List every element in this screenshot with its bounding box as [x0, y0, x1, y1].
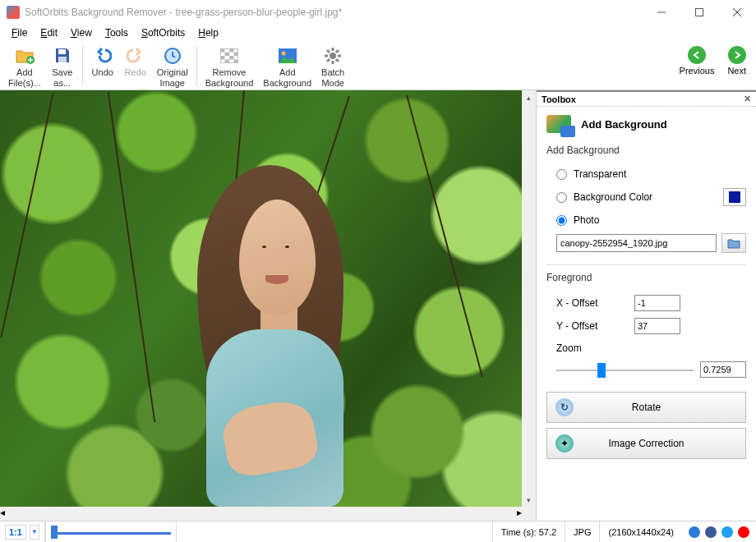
- original-image-button[interactable]: Original Image: [152, 43, 193, 90]
- rotate-label: Rotate: [632, 402, 661, 413]
- zoom-label: Zoom: [546, 338, 746, 357]
- main-area: ▴ ▾ ◂ ▸ Toolbox ✕ Add Background Add Bac…: [0, 90, 756, 521]
- remove-background-button[interactable]: Remove Background: [201, 43, 259, 90]
- picture-icon: [278, 46, 297, 66]
- svg-rect-10: [229, 48, 234, 53]
- browse-button[interactable]: [721, 233, 746, 253]
- save-as-label: Save as...: [52, 67, 72, 89]
- x-offset-input[interactable]: [634, 295, 680, 311]
- zoom-dropdown-icon[interactable]: ▼: [30, 525, 39, 540]
- menu-bar: File Edit View Tools SoftOrbits Help: [0, 25, 756, 41]
- redo-button[interactable]: Redo: [119, 43, 152, 80]
- undo-label: Undo: [92, 67, 113, 78]
- info-icon[interactable]: [689, 526, 700, 538]
- arrow-left-icon: [688, 46, 706, 64]
- y-offset-input[interactable]: [634, 318, 680, 334]
- svg-rect-13: [220, 56, 225, 60]
- svg-point-19: [330, 53, 336, 59]
- window-controls: [643, 0, 756, 25]
- redo-label: Redo: [125, 67, 146, 78]
- next-button[interactable]: Next: [721, 43, 753, 79]
- panel-title: Add Background: [581, 118, 667, 131]
- radio-transparent[interactable]: Transparent: [546, 164, 746, 184]
- save-as-button[interactable]: Save as...: [46, 43, 79, 90]
- redo-icon: [126, 46, 145, 66]
- add-files-label: Add File(s)...: [8, 67, 41, 89]
- toolbox-header: Toolbox ✕: [537, 90, 756, 107]
- maximize-button[interactable]: [680, 0, 718, 25]
- y-offset-label: Y - Offset: [556, 320, 634, 332]
- zoom-slider[interactable]: [556, 361, 694, 379]
- radio-transparent-label: Transparent: [574, 168, 626, 180]
- x-offset-label: X - Offset: [556, 297, 634, 309]
- undo-button[interactable]: Undo: [86, 43, 119, 80]
- svg-line-26: [336, 50, 339, 53]
- radio-bg-color-label: Background Color: [574, 191, 652, 203]
- zoom-track[interactable]: [45, 521, 177, 542]
- previous-label: Previous: [680, 66, 715, 76]
- add-files-button[interactable]: Add File(s)...: [3, 43, 46, 90]
- zoom-track-thumb[interactable]: [51, 526, 58, 539]
- zoom-value-input[interactable]: [700, 361, 746, 378]
- rotate-icon: ↻: [555, 398, 574, 416]
- twitter-icon[interactable]: [721, 526, 733, 538]
- sparkle-icon: ✦: [555, 434, 574, 452]
- save-icon: [53, 46, 72, 66]
- app-icon: [7, 6, 20, 19]
- minimize-button[interactable]: [643, 0, 680, 25]
- menu-edit[interactable]: Edit: [34, 25, 64, 40]
- radio-photo-label: Photo: [574, 214, 599, 226]
- toolbar-separator: [196, 46, 197, 85]
- panel-heading: Add Background: [546, 115, 746, 133]
- divider: [546, 264, 746, 265]
- window-title: SoftOrbits Background Remover - tree-gra…: [25, 7, 643, 18]
- svg-line-27: [327, 59, 330, 62]
- picture-stack-icon: [546, 115, 571, 133]
- radio-photo-input[interactable]: [556, 215, 567, 226]
- previous-button[interactable]: Previous: [673, 43, 721, 79]
- titlebar: SoftOrbits Background Remover - tree-gra…: [0, 0, 756, 25]
- folder-plus-icon: [15, 46, 35, 66]
- svg-rect-15: [225, 60, 230, 64]
- folder-open-icon: [727, 237, 740, 249]
- vertical-scrollbar[interactable]: ▴ ▾: [522, 90, 536, 507]
- photo-filename-input[interactable]: [556, 234, 717, 252]
- radio-bg-color-input[interactable]: [556, 192, 567, 203]
- image-canvas[interactable]: [0, 90, 522, 507]
- canvas-wrapper: ▴ ▾ ◂ ▸: [0, 90, 536, 521]
- add-bg-label: Add Background: [263, 67, 311, 89]
- scroll-up-icon[interactable]: ▴: [522, 90, 536, 104]
- svg-line-25: [336, 59, 339, 62]
- color-swatch[interactable]: [723, 188, 746, 206]
- svg-rect-12: [234, 53, 239, 57]
- toolbox-title: Toolbox: [542, 94, 576, 104]
- menu-softorbits[interactable]: SoftOrbits: [135, 25, 191, 40]
- menu-tools[interactable]: Tools: [99, 25, 135, 40]
- close-button[interactable]: [718, 0, 756, 25]
- youtube-icon[interactable]: [738, 526, 749, 538]
- section-foreground: Foregrond: [546, 272, 746, 283]
- foreground-person: [188, 165, 371, 507]
- horizontal-scrollbar[interactable]: ◂ ▸: [0, 507, 536, 521]
- batch-mode-button[interactable]: Batch Mode: [316, 43, 349, 90]
- radio-bg-color[interactable]: Background Color: [546, 184, 746, 210]
- add-background-button[interactable]: Add Background: [258, 43, 316, 90]
- close-panel-icon[interactable]: ✕: [744, 94, 751, 104]
- svg-rect-9: [220, 48, 225, 53]
- menu-file[interactable]: File: [5, 25, 34, 40]
- toolbar: Add File(s)... Save as... Undo Redo Orig…: [0, 41, 756, 90]
- next-label: Next: [727, 66, 746, 76]
- rotate-button[interactable]: ↻ Rotate: [546, 392, 746, 423]
- checkerboard-icon: [219, 46, 239, 66]
- slider-thumb[interactable]: [597, 363, 606, 378]
- svg-rect-11: [225, 53, 230, 57]
- menu-view[interactable]: View: [64, 25, 99, 40]
- facebook-icon[interactable]: [705, 526, 717, 538]
- menu-help[interactable]: Help: [191, 25, 225, 40]
- radio-photo[interactable]: Photo: [546, 210, 746, 230]
- scroll-down-icon[interactable]: ▾: [522, 493, 536, 507]
- original-image-label: Original Image: [157, 67, 188, 89]
- zoom-ratio-button[interactable]: 1:1: [5, 525, 26, 540]
- radio-transparent-input[interactable]: [556, 169, 567, 180]
- image-correction-button[interactable]: ✦ Image Correction: [546, 428, 746, 459]
